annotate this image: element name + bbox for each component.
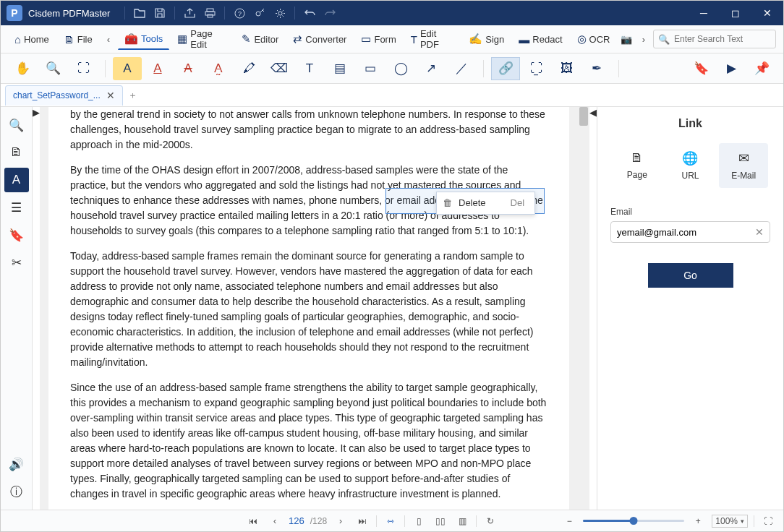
sidebar-search-icon[interactable]: 🔍 (4, 113, 29, 137)
window-close-button[interactable]: ✕ (751, 1, 783, 25)
tool-row: ✋ 🔍 ⛶ A A A A̰ 🖍 ⌫ T ▤ ▭ ◯ ↗ ／ 🔗 ⛶̱ 🖼 ✒ … (1, 53, 783, 84)
menu-camera[interactable]: 📷 (618, 30, 634, 48)
first-page-icon[interactable]: ⏮ (245, 513, 261, 529)
rotate-icon[interactable]: ↻ (482, 513, 498, 529)
key-icon[interactable] (250, 3, 270, 23)
line-tool-icon[interactable]: ／ (447, 57, 476, 80)
svg-rect-0 (207, 9, 213, 12)
circle-tool-icon[interactable]: ◯ (386, 57, 415, 80)
clear-email-icon[interactable]: ✕ (755, 226, 764, 238)
menu-converter[interactable]: ⇄Converter (286, 28, 353, 50)
menu-ocr[interactable]: ◎OCR (571, 28, 617, 50)
link-tool-icon[interactable]: 🔗 (491, 57, 520, 80)
highlight-yellow-icon[interactable]: A (113, 57, 142, 80)
link-tab-email[interactable]: ✉E-Mail (719, 143, 768, 188)
menu-page-edit[interactable]: ▦Page Edit (171, 28, 234, 50)
sidebar-page-icon[interactable]: 🗎 (4, 140, 29, 165)
link-tab-page[interactable]: 🗎Page (613, 143, 662, 188)
search-box[interactable]: 🔍 (653, 30, 776, 48)
menu-form[interactable]: ▭Form (354, 28, 402, 50)
next-page-icon[interactable]: › (333, 513, 349, 529)
menu-forward-chevron[interactable]: › (636, 30, 652, 48)
file-tab-1-close-icon[interactable]: ✕ (106, 90, 115, 101)
menu-home[interactable]: ⌂Home (8, 28, 56, 50)
continuous-icon[interactable]: ▥ (454, 513, 470, 529)
play-tool-icon[interactable]: ▶ (717, 57, 746, 80)
note-tool-icon[interactable]: ▤ (325, 57, 354, 80)
menu-file[interactable]: 🗎File (57, 28, 99, 50)
menu-redact[interactable]: ▬Redact (512, 28, 568, 50)
email-field[interactable] (617, 227, 755, 238)
new-tab-button[interactable]: ＋ (123, 85, 143, 106)
single-page-icon[interactable]: ▯ (411, 513, 427, 529)
sidebar-text-icon[interactable]: A (4, 168, 29, 192)
zoom-tool-icon[interactable]: 🔍 (38, 57, 67, 80)
go-button[interactable]: Go (648, 263, 733, 288)
right-expander[interactable]: ◀ (589, 107, 597, 510)
zoom-value-box[interactable]: 100%▾ (712, 515, 748, 528)
scrollbar[interactable] (578, 107, 589, 510)
two-page-icon[interactable]: ▯▯ (433, 513, 448, 529)
zoom-slider-thumb[interactable] (630, 517, 638, 525)
menu-back-chevron[interactable]: ‹ (101, 30, 116, 48)
stamp-tool-icon[interactable]: ⛶̱ (521, 57, 550, 80)
document-page[interactable]: by the general trend in society to not a… (48, 107, 569, 510)
open-icon[interactable] (129, 3, 150, 23)
sidebar-cut-icon[interactable]: ✂ (4, 250, 29, 275)
sidebar-sound-icon[interactable]: 🔊 (4, 452, 29, 476)
marker-icon[interactable]: 🖍 (234, 57, 263, 80)
file-tab-1-label: chart_SetPassword_... (13, 90, 101, 100)
help-icon[interactable]: ? (229, 3, 250, 23)
menu-tools[interactable]: 🧰Tools (118, 28, 169, 50)
window-minimize-button[interactable]: ─ (688, 1, 720, 25)
window-maximize-button[interactable]: ◻ (720, 1, 751, 25)
menu-edit-pdf[interactable]: TEdit PDF (404, 28, 461, 50)
zoom-out-icon[interactable]: − (561, 513, 577, 529)
image-tool-icon[interactable]: 🖼 (552, 57, 581, 80)
left-expander[interactable]: ▶ (33, 107, 40, 510)
file-tab-1[interactable]: chart_SetPassword_... ✕ (5, 85, 123, 106)
pin-tool-icon[interactable]: 📌 (747, 57, 776, 80)
email-icon: ✉ (738, 150, 749, 166)
last-page-icon[interactable]: ⏭ (354, 513, 370, 529)
rect-tool-icon[interactable]: ▭ (356, 57, 385, 80)
page-current[interactable]: 126 (289, 515, 304, 526)
save-icon[interactable] (150, 3, 170, 23)
bookmark-tool-icon[interactable]: 🔖 (686, 57, 715, 80)
menu-editor[interactable]: ✎Editor (235, 28, 285, 50)
arrow-tool-icon[interactable]: ↗ (417, 57, 446, 80)
select-tool-icon[interactable]: ⛶ (69, 57, 98, 80)
prev-page-icon[interactable]: ‹ (267, 513, 283, 529)
fit-width-icon[interactable]: ⇿ (383, 513, 399, 529)
zoom-in-icon[interactable]: + (690, 513, 706, 529)
settings-icon[interactable] (270, 3, 290, 23)
strikethrough-icon[interactable]: A (174, 57, 203, 80)
file-tabs: chart_SetPassword_... ✕ ＋ (1, 84, 783, 107)
squiggly-icon[interactable]: A̰ (204, 57, 233, 80)
fullscreen-icon[interactable]: ⛶ (760, 513, 776, 529)
search-input[interactable] (674, 34, 783, 44)
link-panel: Link 🗎Page 🌐URL ✉E-Mail Email ✕ Go (597, 107, 783, 510)
signature-tool-icon[interactable]: ✒ (582, 57, 611, 80)
share-icon[interactable] (179, 3, 200, 23)
title-bar: P Cisdem PDFMaster ? ─ ◻ ✕ (1, 1, 783, 25)
app-title: Cisdem PDFMaster (28, 8, 110, 19)
eraser-icon[interactable]: ⌫ (265, 57, 294, 80)
redo-icon[interactable] (320, 3, 340, 23)
context-menu-delete[interactable]: Delete (457, 196, 500, 210)
scrollbar-thumb[interactable] (579, 107, 588, 126)
context-menu-delete-shortcut: Del (500, 196, 535, 210)
sidebar-info-icon[interactable]: ⓘ (4, 479, 29, 504)
text-tool-icon[interactable]: T (295, 57, 324, 80)
sidebar-outline-icon[interactable]: ☰ (4, 195, 29, 220)
hand-tool-icon[interactable]: ✋ (8, 57, 37, 80)
svg-point-5 (256, 12, 260, 16)
context-menu: 🗑 Delete Del (436, 192, 535, 215)
undo-icon[interactable] (299, 3, 320, 23)
underline-icon[interactable]: A (143, 57, 172, 80)
print-icon[interactable] (200, 3, 220, 23)
sidebar-bookmark-icon[interactable]: 🔖 (4, 223, 29, 247)
link-tab-url[interactable]: 🌐URL (665, 143, 715, 188)
zoom-slider[interactable] (583, 520, 684, 522)
menu-sign[interactable]: ✍Sign (462, 28, 511, 50)
